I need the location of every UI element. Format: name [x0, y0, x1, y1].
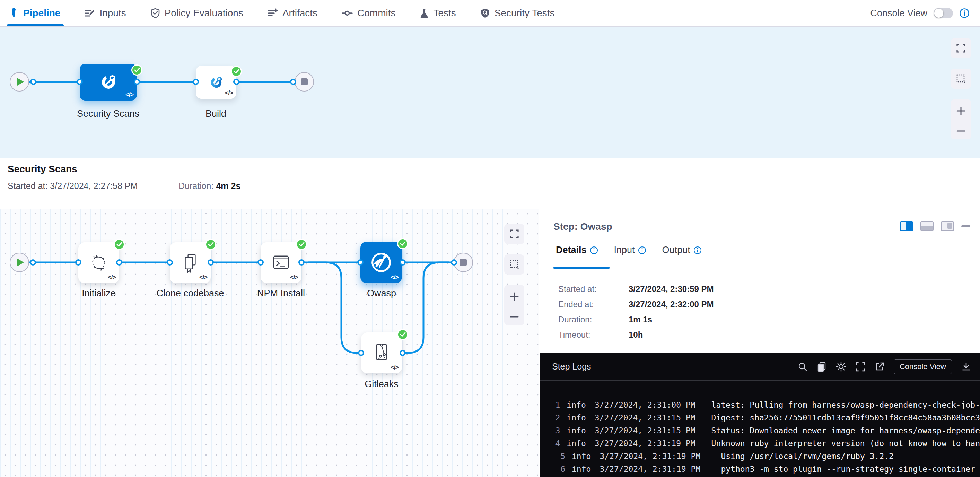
step-node-npm-install[interactable]: </>	[261, 242, 301, 283]
stage-graph-canvas[interactable]: </> Security Scans </> Build	[0, 27, 980, 158]
console-view-label: Console View	[870, 8, 928, 19]
stage-info-bar: Security Scans Started at: 3/27/2024, 2:…	[0, 158, 980, 208]
nav-tab-label: Security Tests	[495, 8, 555, 19]
step-label[interactable]: Gitleaks	[340, 379, 423, 390]
stop-icon	[460, 259, 467, 266]
log-level: info	[566, 424, 585, 437]
fullscreen-icon[interactable]	[856, 362, 865, 372]
stage-edge	[29, 81, 295, 83]
download-icon[interactable]	[961, 362, 971, 372]
step-logs-body[interactable]: 1 info 3/27/2024, 2:31:00 PM latest: Pul…	[539, 381, 980, 475]
tab-security-tests[interactable]: Security Tests	[480, 0, 555, 26]
step-node-owasp[interactable]: </>	[360, 242, 402, 283]
marquee-select-button[interactable]	[951, 69, 971, 89]
bottom-split: </> Initialize </> Clone codebase	[0, 209, 980, 477]
log-timestamp: 3/27/2024, 2:31:15 PM	[595, 412, 695, 424]
step-node-initialize[interactable]: </>	[78, 242, 119, 283]
search-icon[interactable]	[798, 362, 807, 372]
terminal-icon	[270, 252, 292, 274]
tab-label: Input	[614, 245, 635, 255]
edge-port	[357, 259, 364, 266]
stage-node-build[interactable]: </>	[196, 66, 236, 99]
tab-tests[interactable]: Tests	[420, 0, 456, 26]
step-label[interactable]: Clone codebase	[149, 288, 232, 299]
top-nav: Pipeline Inputs Policy Evaluations Artif…	[0, 0, 980, 27]
log-message: Unknown ruby interpreter version (do not…	[711, 437, 980, 450]
step-label[interactable]: NPM Install	[239, 288, 323, 299]
nav-tab-label: Inputs	[99, 8, 126, 19]
tab-output[interactable]: Output	[662, 245, 702, 255]
log-level: info	[572, 463, 591, 475]
step-node-gitleaks[interactable]: </>	[361, 332, 402, 373]
zoom-out-button[interactable]	[956, 129, 966, 133]
step-graph-canvas[interactable]: </> Initialize </> Clone codebase	[0, 209, 539, 477]
gitleaks-icon	[371, 342, 393, 364]
copy-icon[interactable]	[817, 362, 826, 372]
code-glyph: </>	[199, 274, 207, 281]
success-badge	[397, 238, 408, 249]
fullscreen-button[interactable]	[951, 38, 971, 58]
tab-pipeline[interactable]: Pipeline	[9, 0, 60, 26]
stage-label[interactable]: Build	[195, 108, 237, 119]
tab-details[interactable]: Details	[556, 245, 598, 255]
tab-artifacts[interactable]: Artifacts	[267, 0, 317, 26]
info-icon	[638, 246, 646, 254]
stage-started-at: Started at: 3/27/2024, 2:27:58 PM	[8, 181, 138, 191]
step-label[interactable]: Owasp	[340, 288, 423, 299]
right-view-button[interactable]	[941, 221, 954, 231]
step-panel-title: Step: Owasp	[554, 221, 612, 232]
nav-tabs: Pipeline Inputs Policy Evaluations Artif…	[0, 0, 555, 26]
step-label[interactable]: Initialize	[57, 288, 140, 299]
console-view-button[interactable]: Console View	[894, 359, 952, 374]
stage-label[interactable]: Security Scans	[67, 108, 150, 119]
marquee-select-button[interactable]	[504, 254, 524, 274]
step-node-clone-codebase[interactable]: </>	[170, 242, 211, 283]
tab-commits[interactable]: Commits	[342, 0, 395, 26]
success-badge	[397, 329, 408, 340]
log-message: python3 -m sto_plugin --run-strategy sin…	[721, 463, 975, 475]
log-line: 3 info 3/27/2024, 2:31:15 PM Status: Dow…	[539, 424, 980, 437]
zoom-in-button[interactable]	[956, 106, 966, 116]
zoom-in-button[interactable]	[509, 292, 519, 302]
sync-icon	[88, 252, 110, 274]
zoom-control	[504, 285, 524, 325]
edge-port	[134, 79, 140, 85]
stage-node-security-scans[interactable]: </>	[80, 64, 137, 101]
log-message: Status: Downloaded newer image for harne…	[711, 424, 980, 437]
flask-icon	[420, 8, 429, 18]
pipeline-execution-screen: Pipeline Inputs Policy Evaluations Artif…	[0, 0, 980, 477]
edge-port	[298, 259, 305, 266]
pipeline-end-node[interactable]	[294, 72, 314, 91]
log-line: 5 info 3/27/2024, 2:31:19 PM Using /usr/…	[539, 450, 980, 463]
edge-port	[30, 259, 36, 266]
stage-start-node[interactable]	[10, 253, 29, 272]
step-logs-header: Step Logs	[539, 353, 980, 381]
bottom-view-button[interactable]	[920, 221, 934, 231]
zoom-control	[951, 99, 971, 139]
log-level: info	[572, 450, 591, 463]
pipeline-start-node[interactable]	[10, 72, 29, 91]
tab-label: Details	[556, 245, 587, 255]
detail-value: 10h	[628, 330, 643, 340]
open-external-icon[interactable]	[875, 362, 885, 372]
success-badge	[296, 239, 307, 250]
tab-inputs[interactable]: Inputs	[84, 0, 126, 26]
code-glyph: </>	[290, 274, 298, 281]
detail-value: 3/27/2024, 2:32:00 PM	[628, 300, 714, 309]
split-view-button[interactable]	[900, 221, 913, 231]
log-message: Using /usr/local/rvm/gems/ruby-3.2.2	[721, 450, 894, 463]
inputs-icon	[84, 8, 95, 18]
minimize-panel-button[interactable]	[961, 225, 970, 227]
edge-port	[30, 79, 37, 85]
fullscreen-button[interactable]	[504, 224, 524, 244]
settings-gear-icon[interactable]	[836, 362, 846, 372]
tab-policy-evaluations[interactable]: Policy Evaluations	[150, 0, 243, 26]
info-icon[interactable]	[959, 8, 970, 18]
edge-port	[167, 259, 173, 266]
active-tab-underline	[554, 266, 609, 269]
zoom-out-button[interactable]	[509, 315, 519, 319]
console-view-toggle[interactable]	[934, 8, 953, 18]
tab-input[interactable]: Input	[614, 245, 646, 255]
edge-port	[192, 79, 199, 85]
log-message: Digest: sha256:7755011cdb13caf9f95051f8c…	[711, 412, 980, 424]
